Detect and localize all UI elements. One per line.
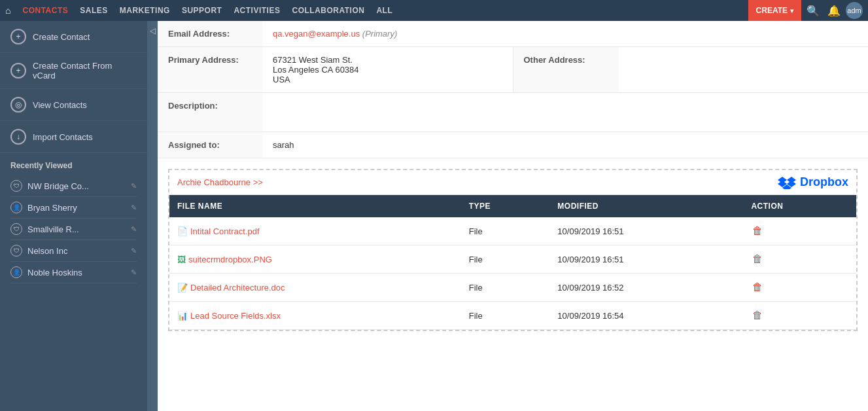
col-filename: FILE NAME — [169, 195, 461, 217]
create-vcard-icon: + — [10, 63, 26, 79]
notifications-button[interactable]: 🔔 — [825, 2, 843, 20]
file-action-cell: 🗑 — [743, 274, 856, 302]
dropbox-logo: Dropbox — [778, 175, 848, 189]
rv-item-bryan-sherry[interactable]: 👤 Bryan Sherry ✎ — [10, 197, 137, 219]
main-layout: + Create Contact + Create Contact From v… — [0, 21, 868, 411]
other-address-value — [618, 47, 869, 92]
file-link[interactable]: Intital Contract.pdf — [190, 226, 260, 236]
dropbox-header: Archie Chadbourne >> Dropbox — [169, 170, 856, 195]
address-line2: Los Angeles CA 60384 — [273, 65, 502, 75]
col-modified: MODIFIED — [549, 195, 743, 217]
rv-edit-nw-bridge[interactable]: ✎ — [131, 182, 137, 190]
doc-file-icon: 📝 — [177, 283, 188, 293]
file-name-cell: 📊Lead Source Fields.xlsx — [169, 302, 461, 330]
col-type: TYPE — [461, 195, 550, 217]
file-modified-cell: 10/09/2019 16:54 — [549, 302, 743, 330]
rv-item-noble-hoskins[interactable]: 👤 Noble Hoskins ✎ — [10, 262, 137, 283]
nav-sales[interactable]: SALES — [80, 6, 108, 15]
nav-marketing[interactable]: MARKETING — [120, 6, 170, 15]
view-contacts-icon: ◎ — [10, 97, 26, 113]
file-name-cell: 📄Intital Contract.pdf — [169, 217, 461, 245]
png-file-icon: 🖼 — [177, 255, 186, 264]
dropbox-section: Archie Chadbourne >> Dropbox FILE NAME — [168, 169, 858, 331]
email-link[interactable]: qa.vegan@example.us — [273, 29, 360, 39]
email-row: Email Address: qa.vegan@example.us (Prim… — [158, 21, 868, 47]
rv-item-nw-bridge[interactable]: 🛡 NW Bridge Co... ✎ — [10, 175, 137, 197]
nav-support[interactable]: SUPPORT — [182, 6, 222, 15]
primary-address-label: Primary Address: — [158, 47, 262, 92]
rv-edit-smallville[interactable]: ✎ — [131, 225, 137, 234]
file-table: FILE NAME TYPE MODIFIED ACTION 📄Intital … — [169, 195, 856, 330]
nav-right-section: CREATE ▾ 🔍 🔔 adm — [748, 0, 863, 21]
sidebar-item-create-vcard[interactable]: + Create Contact From vCard — [0, 53, 147, 89]
rv-icon-smallville: 🛡 — [10, 223, 22, 235]
file-link[interactable]: suitecrmdropbox.PNG — [188, 255, 272, 264]
recently-viewed-section: Recently Viewed 🛡 NW Bridge Co... ✎ 👤 Br… — [0, 153, 147, 287]
rv-icon-bryan-sherry: 👤 — [10, 202, 22, 213]
top-navigation: ⌂ CONTACTS SALES MARKETING SUPPORT ACTIV… — [0, 0, 868, 21]
email-value: qa.vegan@example.us (Primary) — [262, 21, 868, 46]
rv-icon-nw-bridge: 🛡 — [10, 180, 22, 192]
table-row: 📝Detailed Architecture.docFile10/09/2019… — [169, 274, 856, 302]
file-type-cell: File — [461, 217, 550, 245]
description-label: Description: — [158, 93, 262, 132]
rv-edit-bryan-sherry[interactable]: ✎ — [131, 204, 137, 212]
assigned-to-row: Assigned to: sarah — [158, 132, 868, 158]
other-address-label: Other Address: — [513, 47, 618, 92]
sidebar: + Create Contact + Create Contact From v… — [0, 21, 147, 411]
file-action-cell: 🗑 — [743, 302, 856, 330]
primary-address-half: Primary Address: 67321 West Siam St. Los… — [158, 47, 513, 92]
dropbox-logo-icon — [778, 176, 796, 189]
file-link[interactable]: Detailed Architecture.doc — [190, 283, 285, 293]
delete-file-button[interactable]: 🗑 — [751, 224, 764, 238]
file-type-cell: File — [461, 245, 550, 274]
email-primary-tag: (Primary) — [362, 29, 397, 39]
file-action-cell: 🗑 — [743, 217, 856, 245]
file-modified-cell: 10/09/2019 16:51 — [549, 245, 743, 274]
sidebar-item-view-contacts[interactable]: ◎ View Contacts — [0, 89, 147, 121]
nav-all[interactable]: ALL — [376, 6, 392, 15]
sidebar-item-create-contact[interactable]: + Create Contact — [0, 21, 147, 53]
file-type-cell: File — [461, 274, 550, 302]
table-row: 📊Lead Source Fields.xlsxFile10/09/2019 1… — [169, 302, 856, 330]
dropbox-logo-text: Dropbox — [800, 175, 848, 189]
file-name-cell: 🖼suitecrmdropbox.PNG — [169, 245, 461, 274]
sidebar-collapse-handle[interactable]: ◁ — [147, 21, 158, 411]
home-icon[interactable]: ⌂ — [5, 5, 10, 16]
nav-collaboration[interactable]: COLLABORATION — [292, 6, 364, 15]
file-modified-cell: 10/09/2019 16:52 — [549, 274, 743, 302]
dropbox-contact-link[interactable]: Archie Chadbourne >> — [177, 177, 263, 187]
file-type-cell: File — [461, 302, 550, 330]
sidebar-item-import-contacts[interactable]: ↓ Import Contacts — [0, 121, 147, 153]
assigned-to-label: Assigned to: — [158, 132, 262, 158]
create-contact-icon: + — [10, 29, 26, 45]
file-modified-cell: 10/09/2019 16:51 — [549, 217, 743, 245]
address-row: Primary Address: 67321 West Siam St. Los… — [158, 47, 868, 93]
nav-contacts[interactable]: CONTACTS — [22, 6, 68, 15]
primary-address-value: 67321 West Siam St. Los Angeles CA 60384… — [262, 47, 513, 92]
rv-item-nelson-inc[interactable]: 🛡 Nelson Inc ✎ — [10, 240, 137, 262]
delete-file-button[interactable]: 🗑 — [751, 252, 764, 266]
rv-item-smallville[interactable]: 🛡 Smallville R... ✎ — [10, 219, 137, 240]
address-line1: 67321 West Siam St. — [273, 55, 502, 65]
delete-file-button[interactable]: 🗑 — [751, 280, 764, 295]
file-link[interactable]: Lead Source Fields.xlsx — [190, 311, 281, 321]
col-action: ACTION — [743, 195, 856, 217]
main-content: Email Address: qa.vegan@example.us (Prim… — [158, 21, 868, 411]
create-button[interactable]: CREATE ▾ — [748, 0, 801, 21]
assigned-to-value: sarah — [262, 132, 868, 158]
delete-file-button[interactable]: 🗑 — [751, 308, 764, 323]
user-avatar[interactable]: adm — [846, 2, 863, 19]
search-button[interactable]: 🔍 — [804, 2, 822, 20]
table-row: 📄Intital Contract.pdfFile10/09/2019 16:5… — [169, 217, 856, 245]
rv-icon-noble-hoskins: 👤 — [10, 266, 22, 278]
recently-viewed-title: Recently Viewed — [10, 161, 137, 170]
nav-activities[interactable]: ACTIVITIES — [234, 6, 280, 15]
file-table-header: FILE NAME TYPE MODIFIED ACTION — [169, 195, 856, 217]
rv-edit-noble-hoskins[interactable]: ✎ — [131, 268, 137, 277]
pdf-file-icon: 📄 — [177, 226, 188, 236]
xls-file-icon: 📊 — [177, 311, 188, 321]
rv-edit-nelson-inc[interactable]: ✎ — [131, 247, 137, 255]
import-contacts-icon: ↓ — [10, 129, 26, 145]
create-chevron-icon: ▾ — [790, 7, 793, 14]
